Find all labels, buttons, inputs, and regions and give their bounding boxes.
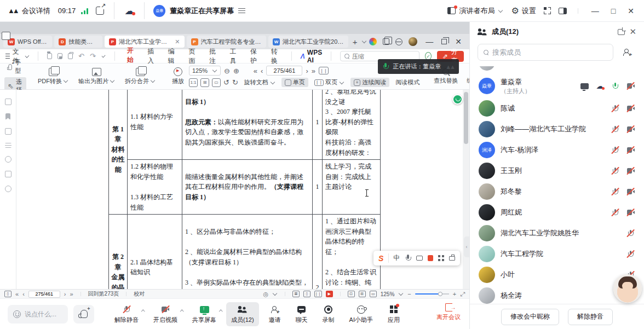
save-icon[interactable] xyxy=(58,53,62,59)
raise-hand-button[interactable] xyxy=(73,305,94,324)
zoom-out-icon[interactable]: ⊖ xyxy=(224,67,230,75)
camera-off-icon[interactable] xyxy=(626,166,635,176)
undo-icon[interactable]: ↶ xyxy=(78,52,84,60)
ai-assistant-button[interactable]: AI小助手 xyxy=(344,302,378,326)
mic-muted-icon[interactable] xyxy=(626,250,635,259)
popout-share-icon[interactable] xyxy=(96,7,104,15)
ime-redpacket-icon[interactable] xyxy=(428,255,433,261)
chevron-down-icon[interactable] xyxy=(273,291,277,296)
apps-button[interactable]: 应用 xyxy=(383,302,405,326)
next-page-icon[interactable]: › xyxy=(306,67,308,75)
member-search-box[interactable] xyxy=(478,44,613,61)
resize-handle-icon[interactable] xyxy=(5,99,12,105)
ime-toolbar[interactable]: S 中 xyxy=(373,251,460,265)
fit-actual-icon[interactable]: ⊡ xyxy=(348,291,355,297)
zoom-in-icon[interactable]: ⊕ xyxy=(233,67,239,75)
menu-item-protect[interactable]: 保护 xyxy=(247,47,262,66)
first-page-icon[interactable]: « xyxy=(15,291,19,297)
rotate-left-icon[interactable]: ↺ xyxy=(223,78,229,86)
ime-logo[interactable]: S xyxy=(378,254,383,263)
new-tab-button[interactable]: + xyxy=(350,37,360,47)
rotate-doc-button[interactable]: 旋转文档 xyxy=(241,78,279,87)
menu-item-page[interactable]: 页面 xyxy=(185,47,200,66)
zoom-level-select[interactable]: 125% xyxy=(189,66,221,76)
camera-off-icon[interactable] xyxy=(626,146,635,155)
fit-width-icon[interactable]: ⊞ xyxy=(200,78,209,87)
menu-item-comment[interactable]: 批注 xyxy=(206,47,221,66)
ime-toolbox-icon[interactable] xyxy=(449,256,455,261)
member-search-input[interactable] xyxy=(492,48,607,56)
tab-word-doc[interactable]: W 湖北汽车工业学院2026版本科专业人 xyxy=(268,36,348,48)
tab-wps-home[interactable]: W WPS Office xyxy=(3,36,52,48)
tab-close-icon[interactable]: ✕ xyxy=(175,38,180,45)
quick-message-box[interactable] xyxy=(8,305,68,324)
camera-off-icon[interactable] xyxy=(626,104,635,113)
read-mode-button[interactable]: 阅读模式 xyxy=(392,78,423,87)
close-button[interactable]: ✕ xyxy=(625,7,636,15)
last-page-icon[interactable]: » xyxy=(70,291,73,297)
fit-width-icon[interactable]: ⊞ xyxy=(359,291,366,297)
wps-minimize-button[interactable]: — xyxy=(423,37,435,46)
share-screen-button[interactable]: 共享屏幕 xyxy=(187,302,221,326)
member-row[interactable]: 润泽 汽车-杨润泽 xyxy=(470,140,644,160)
fullscreen-icon[interactable] xyxy=(544,7,551,14)
organize-pages-icon[interactable] xyxy=(243,67,250,74)
tab-active-pdf[interactable]: P 湖北汽车工业学院汽车服务工程专 ✕ xyxy=(105,36,185,48)
pdf-convert-button[interactable]: PDF转换 xyxy=(33,65,73,88)
fullscreen-toggle-icon[interactable]: ⤢ xyxy=(460,291,465,298)
camera-off-icon[interactable] xyxy=(626,208,635,217)
window-manager-icon[interactable] xyxy=(383,38,389,45)
single-page-view-icon[interactable]: ▯ xyxy=(303,291,311,297)
statusbar-zoom-value[interactable]: 125% xyxy=(381,291,395,297)
wps-ai-button[interactable]: Λ WPS AI xyxy=(301,49,322,64)
mic-muted-icon[interactable] xyxy=(626,229,635,238)
tab-list-chevron-icon[interactable] xyxy=(362,39,366,43)
thumbnail-panel-icon[interactable] xyxy=(5,128,12,135)
first-page-icon[interactable]: « xyxy=(254,67,257,75)
member-row[interactable]: 汽车工程学院 xyxy=(470,244,644,264)
more-actions-chevron-icon[interactable] xyxy=(101,54,105,57)
wps-account-avatar[interactable] xyxy=(409,37,417,46)
mic-muted-icon[interactable] xyxy=(611,125,620,134)
share-options-chevron-icon[interactable] xyxy=(219,307,223,316)
members-button[interactable]: 成员(12) xyxy=(226,302,259,326)
continuous-view-icon[interactable]: 〓 xyxy=(292,291,300,297)
leave-meeting-button[interactable]: 离开会议 xyxy=(436,303,461,321)
close-panel-icon[interactable]: ✕ xyxy=(629,27,636,37)
zoom-slider[interactable] xyxy=(415,293,449,295)
zoom-slider-knob[interactable] xyxy=(438,292,442,296)
screen-sharing-icon[interactable] xyxy=(580,82,589,91)
prev-page-icon[interactable]: ‹ xyxy=(22,291,25,297)
mic-muted-icon[interactable] xyxy=(611,104,620,113)
rotate-right-icon[interactable]: ↻ xyxy=(232,78,238,86)
redo-icon[interactable]: ↷ xyxy=(90,52,96,60)
back-to-page-button[interactable]: 回到第273页 xyxy=(88,290,119,298)
minimize-button[interactable]: — xyxy=(589,7,601,15)
scrollbar-thumb[interactable] xyxy=(464,92,468,144)
page-number-input[interactable] xyxy=(266,66,302,76)
wps-assistant-icon[interactable] xyxy=(452,94,463,105)
mic-muted-icon[interactable] xyxy=(611,146,620,155)
tab-docer-templates[interactable]: D 技能类模板 xyxy=(54,36,102,48)
menu-item-edit[interactable]: 编辑 xyxy=(165,47,180,66)
mic-on-icon[interactable] xyxy=(611,82,620,91)
fit-page-icon[interactable]: ▭ xyxy=(212,78,221,87)
split-merge-button[interactable]: 拆分合并 xyxy=(120,65,160,88)
wps-close-button[interactable]: ✕ xyxy=(453,37,464,46)
member-row[interactable]: 刘峰——湖北汽车工业学院 xyxy=(470,119,644,140)
hand-tool-button[interactable]: 手型 xyxy=(4,58,26,76)
camera-off-icon[interactable] xyxy=(626,125,635,134)
prev-page-icon[interactable]: ‹ xyxy=(261,67,263,75)
open-file-icon[interactable] xyxy=(47,53,52,59)
member-row[interactable]: 陈诚 xyxy=(470,98,644,119)
attachment-icon[interactable] xyxy=(5,156,12,163)
next-page-icon[interactable]: › xyxy=(64,291,66,297)
cloud-record-icon[interactable]: ☁ xyxy=(124,6,134,16)
shapes-icon[interactable] xyxy=(5,186,12,192)
ime-mic-icon[interactable] xyxy=(405,253,411,263)
export-image-button[interactable]: 输出为图片 xyxy=(73,65,120,88)
ime-apps-icon[interactable] xyxy=(438,255,444,261)
ime-keyboard-icon[interactable] xyxy=(416,256,423,261)
continuous-read-button[interactable]: ≡连续阅读 xyxy=(350,78,389,87)
quick-message-input[interactable] xyxy=(25,310,62,318)
